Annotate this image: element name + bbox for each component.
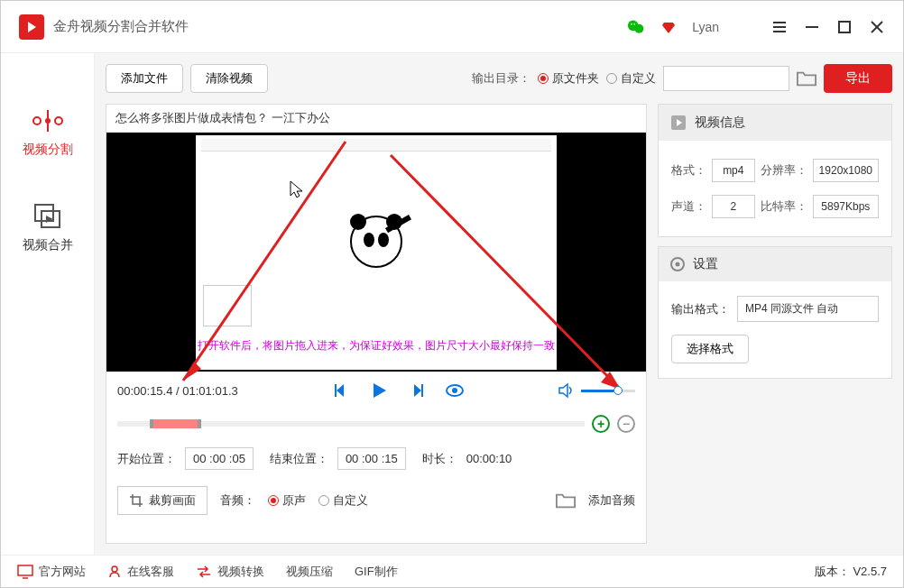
info-resolution: 1920x1080 <box>813 159 879 182</box>
svg-point-4 <box>634 23 636 24</box>
export-button[interactable]: 导出 <box>824 64 892 93</box>
radio-audio-original[interactable]: 原声 <box>268 492 306 509</box>
play-button[interactable] <box>369 381 389 400</box>
sidebar: 视频分割 视频合并 <box>1 53 95 555</box>
start-hour[interactable]: 00 :00 :05 <box>185 447 254 470</box>
gear-icon <box>669 256 686 272</box>
statusbar: 官方网站 在线客服 视频转换 视频压缩 GIF制作 版本： V2.5.7 <box>1 555 903 587</box>
svg-point-2 <box>634 23 643 32</box>
duration-label: 时长： <box>422 451 457 467</box>
svg-marker-33 <box>414 384 421 397</box>
svg-point-21 <box>350 214 366 230</box>
svg-point-23 <box>364 233 374 247</box>
settings-header: 设置 <box>693 256 718 272</box>
sidebar-item-merge[interactable]: 视频合并 <box>23 203 73 253</box>
start-label: 开始位置： <box>117 451 176 467</box>
svg-point-15 <box>55 117 62 124</box>
svg-point-24 <box>378 233 389 247</box>
radio-audio-custom[interactable]: 自定义 <box>318 492 368 509</box>
status-website[interactable]: 官方网站 <box>17 564 86 580</box>
left-panel: 怎么将多张图片做成表情包？ 一江下办公 打开软件后，将图片拖入进来，为保证好效果… <box>106 104 647 544</box>
maximize-icon[interactable] <box>836 19 853 35</box>
titlebar: 金舟视频分割合并软件 Lyan <box>1 1 903 53</box>
svg-rect-10 <box>839 22 850 32</box>
video-preview[interactable]: 打开软件后，将图片拖入进来，为保证好效果，图片尺寸大小最好保持一致 <box>106 133 646 372</box>
wechat-icon[interactable] <box>627 18 645 36</box>
add-file-button[interactable]: 添加文件 <box>106 64 183 93</box>
add-audio-label[interactable]: 添加音频 <box>588 492 635 509</box>
crop-button[interactable]: 裁剪画面 <box>117 486 208 515</box>
svg-point-41 <box>676 262 680 267</box>
prev-frame-button[interactable] <box>331 381 351 400</box>
clear-button[interactable]: 清除视频 <box>190 64 268 93</box>
minimize-icon[interactable] <box>804 19 820 35</box>
out-dir-label: 输出目录： <box>472 70 530 87</box>
user-name: Lyan <box>692 20 719 34</box>
svg-rect-34 <box>421 384 423 397</box>
info-format: mp4 <box>712 159 755 182</box>
preview-button[interactable] <box>445 381 465 400</box>
svg-rect-42 <box>18 565 32 575</box>
output-format-value: MP4 同源文件 自动 <box>737 296 879 322</box>
video-subtitle: 打开软件后，将图片拖入进来，为保证好效果，图片尺寸大小最好保持一致 <box>196 338 557 354</box>
sidebar-label-merge: 视频合并 <box>23 237 73 253</box>
svg-point-16 <box>45 118 51 124</box>
close-icon[interactable] <box>869 19 885 35</box>
svg-point-44 <box>112 566 117 572</box>
info-channel: 2 <box>712 195 755 218</box>
end-hour[interactable]: 00 :00 :15 <box>337 447 406 470</box>
svg-marker-37 <box>559 384 567 397</box>
choose-format-button[interactable]: 选择格式 <box>671 335 749 363</box>
svg-point-36 <box>452 388 457 393</box>
status-convert[interactable]: 视频转换 <box>196 564 264 580</box>
svg-marker-0 <box>28 22 36 32</box>
time-display: 00:00:15.4 / 01:01:01.3 <box>117 384 238 398</box>
settings-panel: 设置 输出格式： MP4 同源文件 自动 选择格式 <box>658 246 892 379</box>
volume-icon[interactable] <box>558 381 576 400</box>
range-selector[interactable] <box>117 421 585 427</box>
folder-icon[interactable] <box>797 69 816 87</box>
video-title: 怎么将多张图片做成表情包？ 一江下办公 <box>106 105 646 133</box>
cursor-icon <box>289 179 305 199</box>
frame-content <box>340 206 412 278</box>
svg-point-3 <box>631 23 632 24</box>
remove-segment-button[interactable]: − <box>617 415 635 433</box>
info-panel: 视频信息 格式： mp4 分辨率： 1920x1080 声道： 2 比特率： 5… <box>658 104 892 237</box>
next-frame-button[interactable] <box>407 381 427 400</box>
version-label: 版本： V2.5.7 <box>815 564 887 580</box>
svg-marker-32 <box>374 383 386 398</box>
svg-marker-5 <box>662 23 675 33</box>
info-header: 视频信息 <box>695 115 745 131</box>
add-segment-button[interactable]: + <box>592 415 610 433</box>
gem-icon <box>661 20 676 34</box>
top-controls: 添加文件 清除视频 输出目录： 原文件夹 自定义 导出 <box>106 64 892 93</box>
app-logo <box>19 14 44 40</box>
volume-slider[interactable] <box>581 390 635 392</box>
add-audio-folder-icon[interactable] <box>556 492 576 510</box>
radio-custom-folder[interactable]: 自定义 <box>606 70 656 87</box>
app-title: 金舟视频分割合并软件 <box>53 18 627 35</box>
svg-point-13 <box>33 117 41 124</box>
output-path-input[interactable] <box>663 66 789 91</box>
sidebar-item-split[interactable]: 视频分割 <box>23 107 73 158</box>
info-bitrate: 5897Kbps <box>813 195 879 218</box>
svg-marker-30 <box>337 384 344 397</box>
radio-original-folder[interactable]: 原文件夹 <box>538 70 599 87</box>
end-label: 结束位置： <box>270 451 328 467</box>
menu-icon[interactable] <box>771 19 788 35</box>
status-support[interactable]: 在线客服 <box>107 564 174 580</box>
sidebar-label-split: 视频分割 <box>23 142 73 158</box>
status-gif[interactable]: GIF制作 <box>355 564 398 580</box>
duration-value: 00:00:10 <box>466 452 512 465</box>
status-compress[interactable]: 视频压缩 <box>286 564 333 580</box>
svg-rect-31 <box>335 384 337 397</box>
audio-label: 音频： <box>220 492 255 509</box>
